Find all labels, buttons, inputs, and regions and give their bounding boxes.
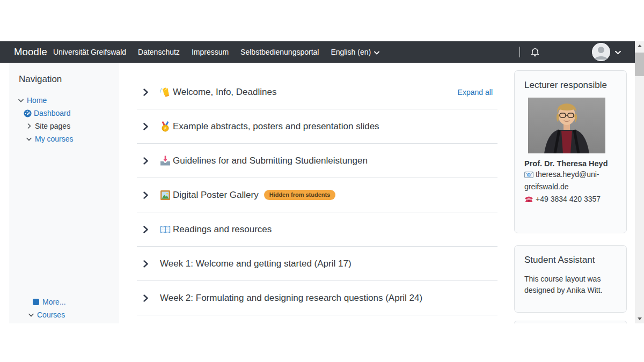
chevron-right-icon[interactable] xyxy=(143,226,150,233)
expand-all-link[interactable]: Expand all xyxy=(458,88,493,97)
navigation-tree-bottom: More... Courses xyxy=(9,295,119,323)
svg-text:@: @ xyxy=(527,173,531,177)
chevron-right-icon[interactable] xyxy=(143,191,150,199)
section-row-welcome: Welcome, Info, Deadlines Expand all xyxy=(137,75,497,109)
moodle-brand-link[interactable]: Moodle xyxy=(0,46,47,58)
user-menu-chevron-icon[interactable] xyxy=(615,47,621,57)
lecturer-photo xyxy=(528,98,605,153)
sidebar-item-my-courses[interactable]: My courses xyxy=(9,132,119,145)
scrollbar-down-arrow[interactable] xyxy=(635,314,644,323)
nav-link-selbstbedienungsportal[interactable]: Selbstbedienungsportal xyxy=(240,48,319,56)
phone-icon xyxy=(524,195,533,206)
lecturer-responsible-card: Lecturer responsible Prof. Dr. Theresa H… xyxy=(514,70,627,233)
chevron-right-icon[interactable] xyxy=(143,88,150,96)
sidebar-item-label[interactable]: More... xyxy=(42,298,66,306)
chevron-down-icon[interactable] xyxy=(17,99,25,102)
student-assistant-card: Student Assistant This course layout was… xyxy=(514,245,627,313)
scrollbar-thumb[interactable] xyxy=(635,53,644,76)
lecturer-phone: +49 3834 420 3357 xyxy=(536,195,601,203)
sidebar-item-label[interactable]: Dashboard xyxy=(34,109,71,117)
section-row-week1: Week 1: Welcome and getting started (Apr… xyxy=(137,247,497,281)
sidebar-item-courses[interactable]: Courses xyxy=(9,308,119,321)
lecturer-card-title: Lecturer responsible xyxy=(524,80,617,91)
nav-link-impressum[interactable]: Impressum xyxy=(192,48,229,56)
section-row-guidelines: Guidelines for and Submitting Studienlei… xyxy=(137,144,497,178)
lecturer-email-line: @ theresa.heyd@uni-greifswald.de xyxy=(524,169,617,193)
framed-picture-icon xyxy=(159,189,171,201)
notification-bell-icon[interactable] xyxy=(530,47,540,57)
nav-link-datenschutz[interactable]: Datenschutz xyxy=(138,48,180,56)
sidebar-item-label[interactable]: Site pages xyxy=(35,122,70,130)
section-title[interactable]: Readings and resources xyxy=(173,224,272,235)
scrollbar-up-arrow[interactable] xyxy=(635,41,644,50)
open-book-icon xyxy=(159,224,171,235)
course-content: Welcome, Info, Deadlines Expand all Exam… xyxy=(137,63,497,315)
section-title[interactable]: Week 1: Welcome and getting started (Apr… xyxy=(160,258,352,269)
sidebar-item-label[interactable]: My courses xyxy=(35,135,74,143)
sports-medal-icon xyxy=(159,121,171,132)
lecturer-email: theresa.heyd@uni-greifswald.de xyxy=(524,170,599,191)
section-row-week2: Week 2: Formulating and designing resear… xyxy=(137,281,497,315)
top-navbar: Moodle Universität Greifswald Datenschut… xyxy=(0,41,635,63)
inbox-tray-icon xyxy=(159,155,171,167)
chevron-down-icon xyxy=(374,48,379,56)
sidebar-item-site-pages[interactable]: Site pages xyxy=(9,120,119,132)
chevron-right-icon[interactable] xyxy=(143,123,150,130)
section-title[interactable]: Week 2: Formulating and designing resear… xyxy=(160,293,422,304)
next-card-partial xyxy=(514,321,627,323)
navigation-block: Navigation Home Dashboard Site p xyxy=(9,63,119,323)
section-title[interactable]: Guidelines for and Submitting Studienlei… xyxy=(173,156,368,166)
assistant-card-title: Student Assistant xyxy=(524,255,617,265)
lecturer-phone-line: +49 3834 420 3357 xyxy=(524,194,617,206)
chevron-down-icon[interactable] xyxy=(27,313,35,317)
sidebar-item-dashboard[interactable]: Dashboard xyxy=(9,107,119,120)
section-title[interactable]: Example abstracts, posters and presentat… xyxy=(173,121,379,132)
more-square-icon xyxy=(33,299,39,305)
assistant-card-text: This course layout was designed by Anika… xyxy=(524,274,617,296)
section-row-poster-gallery: Digital Poster Gallery Hidden from stude… xyxy=(137,178,497,212)
chevron-right-icon[interactable] xyxy=(143,294,150,302)
navbar-divider xyxy=(519,47,520,57)
chevron-right-icon[interactable] xyxy=(143,157,150,165)
user-avatar[interactable] xyxy=(592,43,610,61)
sidebar-item-label[interactable]: Home xyxy=(27,96,47,105)
sidebar-item-more[interactable]: More... xyxy=(9,295,119,308)
navigation-block-title: Navigation xyxy=(19,74,119,85)
hidden-from-students-badge: Hidden from students xyxy=(264,190,336,200)
lecturer-name: Prof. Dr. Theresa Heyd xyxy=(524,159,617,168)
chevron-down-icon[interactable] xyxy=(25,137,33,141)
sidebar-item-home[interactable]: Home xyxy=(9,94,119,107)
sidebar-item-label[interactable]: Courses xyxy=(37,311,65,319)
navigation-tree: Home Dashboard Site pages My c xyxy=(9,94,119,145)
language-menu[interactable]: English (en) xyxy=(331,48,379,56)
chevron-right-icon[interactable] xyxy=(25,123,33,129)
waving-hand-icon xyxy=(159,86,171,98)
language-menu-label: English (en) xyxy=(331,48,371,56)
browser-scrollbar[interactable] xyxy=(635,41,644,323)
section-row-examples: Example abstracts, posters and presentat… xyxy=(137,109,497,144)
navbar-right-group xyxy=(519,43,635,61)
email-icon: @ xyxy=(524,170,533,181)
chevron-right-icon[interactable] xyxy=(143,260,150,268)
navbar-links: Universität Greifswald Datenschutz Impre… xyxy=(53,48,319,56)
section-title[interactable]: Welcome, Info, Deadlines xyxy=(173,87,276,98)
nav-link-university[interactable]: Universität Greifswald xyxy=(53,48,126,56)
dashboard-gauge-icon xyxy=(24,109,32,117)
section-title[interactable]: Digital Poster Gallery xyxy=(173,190,259,201)
section-row-readings: Readings and resources xyxy=(137,212,497,247)
